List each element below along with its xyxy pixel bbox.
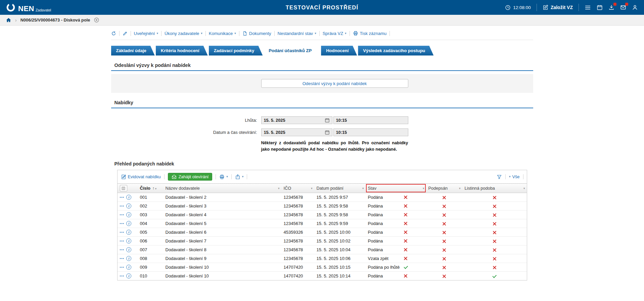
row-menu-button[interactable]: ••• bbox=[120, 222, 125, 225]
tab-zadavaci-podminky[interactable]: Zadávací podmínky bbox=[209, 46, 263, 55]
info-icon[interactable]: i bbox=[126, 265, 131, 270]
info-icon[interactable]: i bbox=[126, 212, 131, 217]
row-menu-button[interactable]: ••• bbox=[120, 204, 125, 208]
lhuta-time-field[interactable] bbox=[333, 116, 408, 124]
filter-caret-icon[interactable]: ▾ bbox=[155, 187, 157, 190]
breadcrumb-item[interactable]: N006/25/V00004673 - Disková pole bbox=[20, 17, 90, 23]
row-menu-button[interactable]: ••• bbox=[120, 274, 125, 278]
menu-sprava-vz[interactable]: Správa VZ ▾ bbox=[323, 31, 347, 36]
server-clock: 12:08:00 bbox=[505, 5, 531, 10]
listinna-podoba-mark bbox=[492, 222, 497, 226]
tab-vysledek-zadavaciho-postupu[interactable]: Výsledek zadávacího postupu bbox=[358, 46, 433, 55]
cell-ico: 12345678 bbox=[281, 254, 314, 263]
offer-row[interactable]: ••• i 003 Dodavatel - školení 4 12345678… bbox=[118, 211, 527, 219]
tab-kriteria-hodnoceni[interactable]: Kritéria hodnocení bbox=[156, 46, 208, 55]
header-nazev-dodavatele[interactable]: Název dodavatele ▾ bbox=[163, 184, 281, 193]
info-icon[interactable]: i bbox=[126, 230, 131, 235]
refresh-button[interactable] bbox=[111, 31, 116, 36]
offer-row[interactable]: ••• i 010 Dodavatel - školení 10 1470742… bbox=[118, 272, 527, 280]
header-ico[interactable]: IČO ▾ bbox=[281, 184, 314, 193]
lhuta-date-input[interactable] bbox=[264, 118, 323, 123]
messages-badge bbox=[625, 3, 628, 6]
chevron-down-icon: ▾ bbox=[201, 32, 202, 35]
header-cislo[interactable]: Číslo↑▾ bbox=[138, 184, 163, 193]
menu-nestandardni-stav[interactable]: Nestandardní stav ▾ bbox=[278, 31, 316, 36]
odeslani-vyzvy-button[interactable]: Odeslání výzvy k podání nabídek bbox=[261, 79, 408, 88]
offer-row[interactable]: ••• i 008 Dodavatel - školení 9 12345678… bbox=[118, 254, 527, 263]
chevron-down-icon: ▾ bbox=[315, 32, 316, 35]
row-menu-button[interactable]: ••• bbox=[120, 213, 125, 217]
evidovat-nabidku-button[interactable]: Evidovat nabídku bbox=[121, 174, 161, 180]
create-vz-button[interactable]: Založit VZ bbox=[543, 5, 573, 10]
cell-podepsan bbox=[426, 254, 462, 263]
header-stav[interactable]: Stav ▾ bbox=[366, 184, 426, 193]
info-icon[interactable]: i bbox=[126, 247, 131, 252]
filter-caret-icon[interactable]: ▾ bbox=[523, 187, 525, 190]
row-menu-button[interactable]: ••• bbox=[120, 239, 125, 243]
menu-ukony-zadavatele[interactable]: Úkony zadavatele ▾ bbox=[165, 31, 202, 36]
info-icon[interactable]: i bbox=[126, 221, 131, 226]
listinna-podoba-mark bbox=[492, 248, 497, 252]
filter-caret-icon[interactable]: ▾ bbox=[459, 187, 461, 190]
header-podepsan[interactable]: Podepsán ▾ bbox=[426, 184, 462, 193]
profile-button[interactable] bbox=[632, 4, 638, 10]
nen-logo[interactable]: NEN Zadavatel bbox=[6, 3, 51, 12]
open-envelope-icon bbox=[172, 174, 177, 179]
tab-podani-ucastniku-zp[interactable]: Podání účastníků ZP bbox=[264, 46, 320, 55]
breadcrumb-close-button[interactable] bbox=[94, 17, 99, 23]
offer-row[interactable]: ••• i 009 Dodavatel - školení 10 1470742… bbox=[118, 263, 527, 272]
tab-zakladni-udaje[interactable]: Základní údaje bbox=[111, 46, 155, 55]
oteviranie-time-input[interactable] bbox=[336, 130, 406, 135]
offer-row[interactable]: ••• i 001 Dodavatel - školení 2 12345678… bbox=[118, 193, 527, 202]
downloads-button[interactable] bbox=[608, 4, 614, 10]
info-icon[interactable]: i bbox=[126, 195, 131, 200]
divider bbox=[119, 31, 120, 36]
oteviranie-date-input[interactable] bbox=[264, 130, 323, 135]
export-table-button[interactable]: ▾ bbox=[235, 174, 244, 180]
filter-caret-icon[interactable]: ▾ bbox=[278, 187, 280, 190]
offer-row[interactable]: ••• i 005 Dodavatel - školení 6 45359326… bbox=[118, 228, 527, 237]
row-menu-button[interactable]: ••• bbox=[120, 231, 125, 234]
calendar-button[interactable] bbox=[597, 4, 603, 10]
filter-button[interactable] bbox=[497, 174, 502, 180]
calendar-icon[interactable] bbox=[325, 118, 330, 123]
lhuta-date-field[interactable] bbox=[261, 116, 332, 124]
filter-caret-icon[interactable]: ▾ bbox=[423, 187, 424, 190]
info-icon[interactable]: i bbox=[126, 256, 131, 261]
divider bbox=[205, 31, 206, 36]
oteviranie-date-field[interactable] bbox=[261, 128, 332, 136]
menu-tisk-zaznamu[interactable]: Tisk záznamu bbox=[353, 31, 387, 36]
listinna-podoba-mark bbox=[492, 213, 497, 217]
oteviranie-time-field[interactable] bbox=[333, 128, 408, 136]
offer-row[interactable]: ••• i 004 Dodavatel - školení 5 12345678… bbox=[118, 219, 527, 228]
filter-caret-icon[interactable]: ▾ bbox=[311, 187, 313, 190]
edit-record-button[interactable] bbox=[123, 31, 128, 36]
offer-row[interactable]: ••• i 007 Dodavatel - školení 8 12345678… bbox=[118, 246, 527, 254]
calendar-icon[interactable] bbox=[325, 130, 330, 135]
row-menu-button[interactable]: ••• bbox=[120, 257, 125, 260]
menu-uverejneni[interactable]: Uveřejnění ▾ bbox=[134, 31, 158, 36]
podepsan-mark bbox=[442, 230, 446, 235]
menu-button[interactable] bbox=[585, 4, 591, 11]
tab-hodnoceni[interactable]: Hodnocení bbox=[321, 46, 357, 55]
lhuta-time-input[interactable] bbox=[336, 118, 406, 123]
offer-row[interactable]: ••• i 002 Dodavatel - školení 3 12345678… bbox=[118, 202, 527, 211]
column-chooser-button[interactable] bbox=[120, 185, 127, 191]
home-button[interactable] bbox=[6, 17, 11, 23]
info-icon[interactable]: i bbox=[126, 203, 131, 209]
header-listinna-podoba[interactable]: Listinná podoba ▾ bbox=[462, 184, 527, 193]
menu-komunikace[interactable]: Komunikace ▾ bbox=[209, 31, 236, 36]
row-menu-button[interactable]: ••• bbox=[120, 196, 125, 199]
filter-caret-icon[interactable]: ▾ bbox=[362, 187, 364, 190]
zahajit-oteviranie-button[interactable]: Zahájit otevírání bbox=[168, 173, 213, 181]
row-menu-button[interactable]: ••• bbox=[120, 266, 125, 269]
row-menu-button[interactable]: ••• bbox=[120, 248, 125, 252]
offer-row[interactable]: ••• i 006 Dodavatel - školení 7 12345678… bbox=[118, 237, 527, 246]
info-icon[interactable]: i bbox=[126, 238, 131, 243]
filter-vse-dropdown[interactable]: ▾ Vše bbox=[509, 174, 520, 179]
messages-button[interactable] bbox=[620, 4, 626, 10]
menu-dokumenty[interactable]: Dokumenty bbox=[242, 31, 271, 36]
header-datum-podani[interactable]: Datum podání ▾ bbox=[314, 184, 366, 193]
print-table-button[interactable]: ▾ bbox=[219, 174, 228, 180]
info-icon[interactable]: i bbox=[126, 273, 131, 278]
